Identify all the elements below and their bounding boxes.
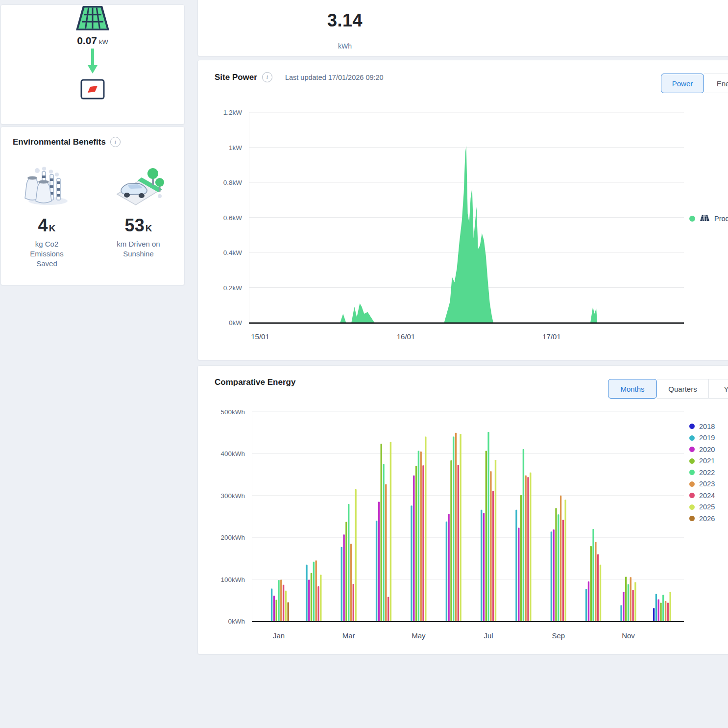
legend-year-label: 2018 xyxy=(699,423,715,430)
svg-text:Sep: Sep xyxy=(552,631,565,640)
year-dot-icon xyxy=(689,504,695,510)
year-dot-icon xyxy=(689,447,695,452)
comparative-energy-legend: 201820192020202120222023202420252026 xyxy=(689,421,715,525)
factory-icon xyxy=(23,165,72,208)
environmental-benefits-title: Environmental Benefits xyxy=(13,137,106,147)
svg-text:15/01: 15/01 xyxy=(251,332,269,341)
comparative-energy-card: Comparative Energy Months Quarters Years… xyxy=(197,365,728,654)
svg-text:Mar: Mar xyxy=(342,631,355,640)
svg-text:200kWh: 200kWh xyxy=(220,534,245,541)
year-dot-icon xyxy=(689,470,695,475)
site-layout-card: 0.07kW xyxy=(0,4,185,125)
legend-item-year[interactable]: 2026 xyxy=(689,513,715,525)
legend-year-label: 2023 xyxy=(699,480,715,488)
svg-text:100kWh: 100kWh xyxy=(220,576,245,583)
environmental-benefits-card: Environmental Benefits i xyxy=(0,126,185,285)
solar-panel-icon xyxy=(74,5,111,33)
energy-total-value: 3.14 xyxy=(198,10,492,31)
km-benefit-item: 53K km Driven on Sunshine xyxy=(97,165,180,269)
svg-text:300kWh: 300kWh xyxy=(220,492,245,500)
year-dot-icon xyxy=(689,458,695,464)
legend-year-label: 2025 xyxy=(699,503,715,511)
solar-panel-mini-icon xyxy=(700,214,710,223)
svg-text:0.4kW: 0.4kW xyxy=(223,249,243,256)
legend-item-production[interactable]: Production xyxy=(689,213,728,225)
legend-item-year[interactable]: 2025 xyxy=(689,502,715,513)
svg-text:0kW: 0kW xyxy=(229,319,242,326)
legend-year-label: 2021 xyxy=(699,457,715,465)
flow-arrow-down-icon xyxy=(87,49,98,76)
legend-item-year[interactable]: 2018 xyxy=(689,421,715,432)
site-power-legend: Production xyxy=(689,213,728,225)
legend-item-year[interactable]: 2020 xyxy=(689,444,715,455)
legend-year-label: 2026 xyxy=(699,515,715,523)
year-dot-icon xyxy=(689,516,695,521)
car-icon xyxy=(113,165,164,208)
km-driven-caption: km Driven on Sunshine xyxy=(104,239,173,259)
production-dot-icon xyxy=(689,216,695,222)
energy-total-unit: kWh xyxy=(198,42,492,50)
legend-year-label: 2019 xyxy=(699,434,715,442)
svg-text:0kWh: 0kWh xyxy=(228,618,245,625)
year-dot-icon xyxy=(689,424,695,429)
svg-text:Jul: Jul xyxy=(484,631,493,640)
svg-text:Nov: Nov xyxy=(622,631,635,640)
co2-saved-caption: kg Co2 Emissions Saved xyxy=(20,239,74,269)
svg-text:16/01: 16/01 xyxy=(397,332,415,341)
svg-text:Jan: Jan xyxy=(273,631,285,640)
km-driven-value: 53K xyxy=(125,217,152,234)
legend-item-year[interactable]: 2019 xyxy=(689,432,715,444)
svg-text:500kWh: 500kWh xyxy=(220,408,245,416)
legend-item-year[interactable]: 2023 xyxy=(689,478,715,490)
legend-production-label: Production xyxy=(714,215,728,223)
legend-year-label: 2020 xyxy=(699,446,715,453)
comparative-energy-chart[interactable]: 0kWh100kWh200kWh300kWh400kWh500kWhJanMar… xyxy=(198,366,728,654)
site-power-chart[interactable]: 0kW0.2kW0.4kW0.6kW0.8kW1kW1.2kW15/0116/0… xyxy=(198,60,728,360)
svg-text:0.2kW: 0.2kW xyxy=(223,284,243,292)
info-icon[interactable]: i xyxy=(110,137,121,147)
inverter-icon xyxy=(80,79,105,101)
svg-text:0.8kW: 0.8kW xyxy=(223,179,243,186)
legend-item-year[interactable]: 2021 xyxy=(689,455,715,467)
site-power-card: Site Power i Last updated 17/01/2026 09:… xyxy=(197,60,728,360)
legend-item-year[interactable]: 2022 xyxy=(689,467,715,478)
current-production-value: 0.07kW xyxy=(77,35,108,47)
year-dot-icon xyxy=(689,481,695,487)
year-dot-icon xyxy=(689,493,695,498)
svg-text:0.6kW: 0.6kW xyxy=(223,214,243,222)
svg-text:17/01: 17/01 xyxy=(542,332,561,341)
co2-benefit-item: 4K kg Co2 Emissions Saved xyxy=(5,165,89,269)
svg-text:400kWh: 400kWh xyxy=(220,450,245,457)
co2-saved-value: 4K xyxy=(38,217,56,234)
legend-year-label: 2022 xyxy=(699,469,715,477)
svg-text:1.2kW: 1.2kW xyxy=(223,109,243,116)
energy-summary-card: 3.14 kWh xyxy=(197,0,728,56)
legend-item-year[interactable]: 2024 xyxy=(689,490,715,502)
svg-text:1kW: 1kW xyxy=(229,144,242,151)
legend-year-label: 2024 xyxy=(699,492,715,500)
svg-text:May: May xyxy=(412,631,426,640)
year-dot-icon xyxy=(689,435,695,441)
